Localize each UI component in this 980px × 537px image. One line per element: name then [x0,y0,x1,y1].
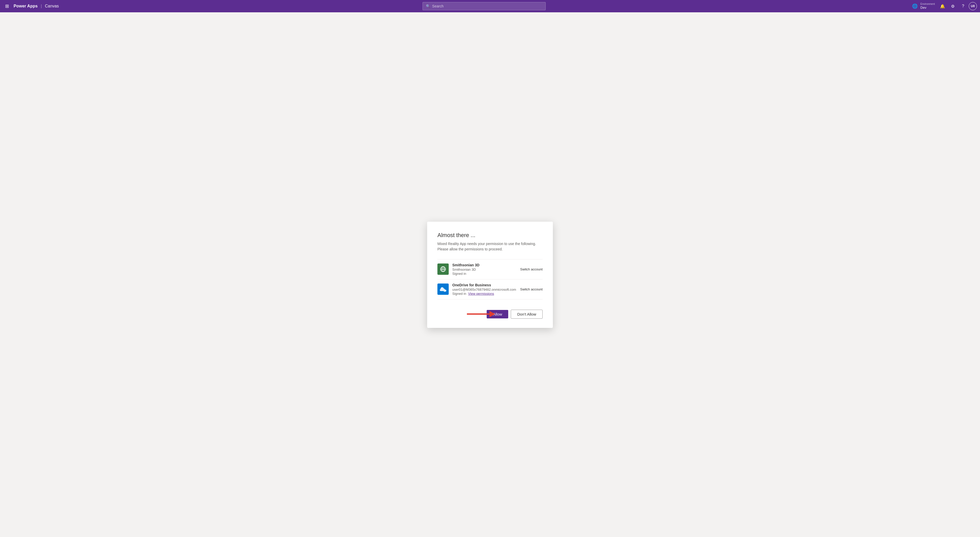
nav-right-section: 🌐 Environment Dev 🔔 ⚙ ? U0 [909,2,977,11]
view-permissions-link[interactable]: View permissions [468,292,494,296]
smithsonian-name: Smithsonian 3D [452,263,517,267]
onedrive-icon [438,284,449,295]
smithsonian-info: Smithsonian 3D Smithsonian 3D Signed in [452,263,517,276]
smithsonian-status: Signed in [452,272,517,276]
settings-button[interactable]: ⚙ [948,2,958,11]
smithsonian-icon [438,263,449,275]
connection-item-smithsonian: Smithsonian 3D Smithsonian 3D Signed in … [438,259,542,279]
onedrive-account: user01@M365x76879482.onmicrosoft.com [452,288,517,292]
help-button[interactable]: ? [958,2,968,11]
environment-text: Environment Dev [921,3,935,10]
onedrive-name: OneDrive for Business [452,283,517,287]
connection-list: Smithsonian 3D Smithsonian 3D Signed in … [438,259,542,300]
svg-marker-4 [490,311,495,317]
search-input[interactable] [432,4,542,8]
search-box: 🔍 [423,2,546,10]
user-avatar[interactable]: U0 [969,2,977,10]
search-container: 🔍 [61,2,907,10]
smithsonian-switch-account[interactable]: Switch account [520,267,542,271]
app-title: Power Apps [14,4,38,8]
search-icon: 🔍 [426,4,430,8]
dialog-description: Mixed Reality App needs your permission … [438,241,542,252]
connection-item-onedrive: OneDrive for Business user01@M365x768794… [438,279,542,300]
top-nav: ⊞ Power Apps | Canvas 🔍 🌐 Environment De… [0,0,980,12]
arrow-annotation [467,309,495,319]
main-content: Almost there ... Mixed Reality App needs… [0,12,980,537]
environment-icon: 🌐 [911,3,918,10]
waffle-menu-icon[interactable]: ⊞ [3,2,11,10]
environment-name: Dev [921,6,935,10]
dont-allow-button[interactable]: Don't Allow [511,310,542,319]
notifications-button[interactable]: 🔔 [938,2,947,11]
nav-brand: Power Apps | Canvas [14,4,59,8]
onedrive-info: OneDrive for Business user01@M365x768794… [452,283,517,296]
app-subtitle: Canvas [45,4,59,8]
dialog-footer: Allow Don't Allow [438,310,542,319]
permission-dialog: Almost there ... Mixed Reality App needs… [427,221,553,328]
environment-label: Environment [921,3,935,6]
onedrive-switch-account[interactable]: Switch account [520,287,542,291]
nav-divider: | [41,4,42,8]
dialog-title: Almost there ... [438,232,542,239]
smithsonian-account: Smithsonian 3D [452,268,517,271]
environment-selector[interactable]: 🌐 Environment Dev [909,3,937,10]
onedrive-status: Signed in View permissions [452,292,517,296]
